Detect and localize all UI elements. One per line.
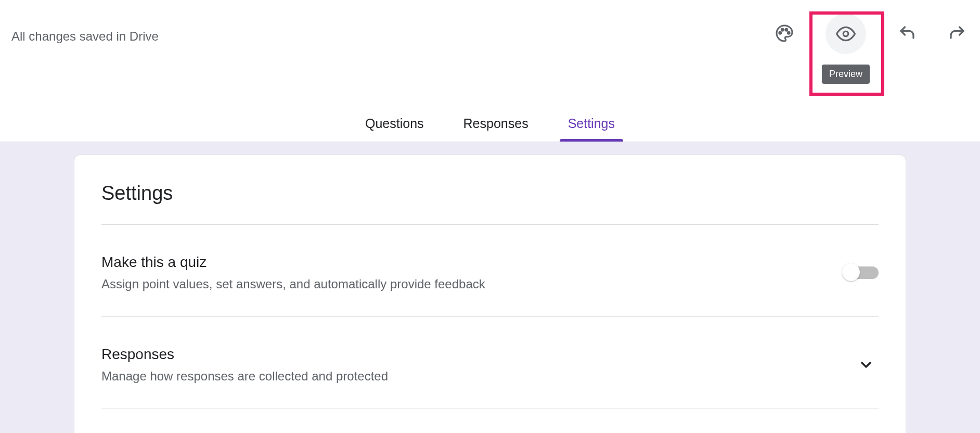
- svg-point-2: [785, 29, 788, 31]
- quiz-toggle[interactable]: [845, 266, 879, 279]
- setting-text-quiz: Make this a quiz Assign point values, se…: [101, 254, 485, 291]
- preview-tooltip: Preview: [822, 65, 870, 84]
- redo-icon: [948, 24, 966, 43]
- quiz-description: Assign point values, set answers, and au…: [101, 277, 485, 291]
- undo-button[interactable]: [895, 21, 920, 46]
- tab-responses[interactable]: Responses: [459, 110, 533, 142]
- save-status: All changes saved in Drive: [11, 21, 159, 44]
- preview-button-container: Preview: [822, 21, 870, 84]
- svg-point-4: [843, 31, 848, 36]
- setting-row-responses: Responses Manage how responses are colle…: [101, 317, 879, 409]
- palette-icon: [775, 24, 794, 43]
- settings-title: Settings: [101, 182, 879, 225]
- quiz-title: Make this a quiz: [101, 254, 485, 271]
- tab-settings[interactable]: Settings: [564, 110, 619, 142]
- chevron-down-icon: [858, 356, 874, 373]
- svg-point-0: [779, 32, 781, 34]
- top-bar: All changes saved in Drive Preview: [0, 0, 980, 84]
- tab-questions[interactable]: Questions: [361, 110, 428, 142]
- svg-point-3: [788, 32, 790, 34]
- toggle-knob: [842, 263, 860, 281]
- preview-button[interactable]: [826, 14, 866, 54]
- tabs-nav: Questions Responses Settings: [0, 84, 980, 142]
- toolbar-right: Preview: [772, 21, 970, 84]
- customize-theme-button[interactable]: [772, 21, 797, 46]
- redo-button[interactable]: [945, 21, 970, 46]
- responses-description: Manage how responses are collected and p…: [101, 369, 388, 384]
- setting-row-quiz: Make this a quiz Assign point values, se…: [101, 225, 879, 317]
- content-area: Settings Make this a quiz Assign point v…: [0, 142, 980, 433]
- setting-text-responses: Responses Manage how responses are colle…: [101, 346, 388, 384]
- svg-point-1: [781, 29, 783, 31]
- responses-expand-button[interactable]: [854, 352, 879, 377]
- undo-icon: [898, 24, 917, 43]
- settings-card: Settings Make this a quiz Assign point v…: [74, 155, 906, 433]
- responses-title: Responses: [101, 346, 388, 363]
- eye-icon: [836, 24, 856, 44]
